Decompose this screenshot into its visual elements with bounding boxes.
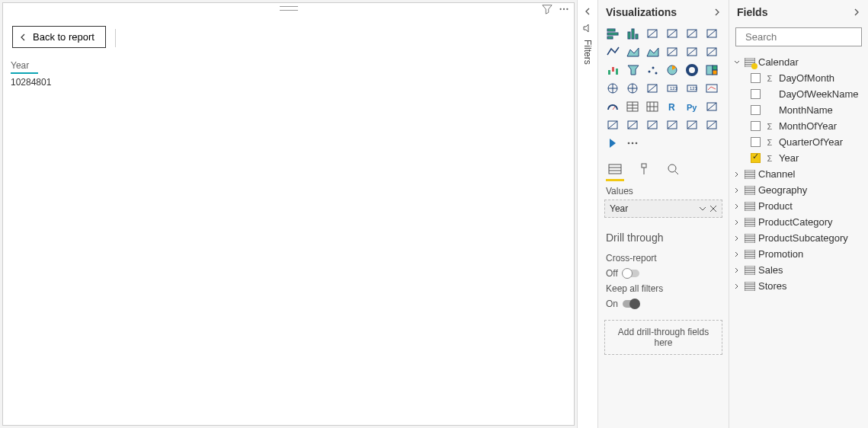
viz-stacked-column-icon[interactable]	[624, 26, 641, 41]
keep-filters-label: Keep all filters	[598, 279, 729, 294]
search-input[interactable]	[745, 31, 868, 43]
viz-qna-icon[interactable]	[624, 117, 641, 133]
report-canvas[interactable]: Back to report Year 10284801	[2, 2, 575, 426]
viz-filled-map-icon[interactable]	[624, 81, 641, 96]
viz-funnel-icon[interactable]	[624, 62, 641, 78]
viz-gauge-icon[interactable]	[604, 99, 621, 114]
viz-map-icon[interactable]	[604, 81, 621, 96]
viz-custom1-icon[interactable]	[684, 117, 700, 133]
checkbox[interactable]	[751, 105, 761, 115]
chevron-left-icon[interactable]	[582, 6, 593, 17]
visualizations-gallery: 123123RPy	[598, 23, 729, 155]
viz-line-clustered-icon[interactable]	[684, 44, 700, 59]
svg-line-37	[648, 85, 657, 92]
viz-clustered-column-icon[interactable]	[664, 26, 681, 41]
viz-card-icon[interactable]: 123	[664, 81, 681, 96]
values-field-well[interactable]: Year	[604, 200, 722, 218]
viz-pie-icon[interactable]	[664, 62, 681, 78]
svg-point-70	[636, 142, 638, 145]
field-monthname[interactable]: MonthName	[732, 102, 865, 118]
viz-kpi-icon[interactable]	[703, 81, 720, 96]
chevron-right-icon[interactable]	[853, 8, 860, 16]
viz-scatter-icon[interactable]	[644, 62, 661, 78]
analytics-tab[interactable]	[664, 160, 682, 178]
svg-line-10	[648, 30, 657, 37]
checkbox[interactable]	[751, 89, 761, 99]
table-productcategory[interactable]: ProductCategory	[732, 214, 865, 230]
field-monthofyear[interactable]: ΣMonthOfYear	[732, 118, 865, 134]
filter-icon[interactable]	[542, 4, 553, 18]
viz-py-visual-icon[interactable]: Py	[684, 99, 700, 114]
close-icon[interactable]	[709, 205, 717, 212]
filters-rail[interactable]: Filters	[577, 0, 598, 428]
field-dayofweekname[interactable]: DayOfWeekName	[732, 86, 865, 102]
viz-powerapps-icon[interactable]	[664, 117, 681, 133]
viz-more-dots-icon[interactable]	[624, 136, 641, 151]
viz-hundred-bar-icon[interactable]	[684, 26, 700, 41]
table-sales[interactable]: Sales	[732, 262, 865, 278]
table-stores[interactable]: Stores	[732, 278, 865, 294]
svg-rect-5	[607, 37, 613, 39]
field-year[interactable]: ΣYear	[732, 150, 865, 166]
more-options-icon[interactable]	[559, 4, 569, 18]
viz-stacked-bar-icon[interactable]	[604, 26, 621, 41]
viz-custom2-icon[interactable]	[703, 117, 720, 133]
svg-point-26	[649, 71, 651, 73]
viz-get-more-icon[interactable]	[604, 136, 621, 151]
cross-report-toggle[interactable]	[623, 270, 639, 277]
back-to-report-button[interactable]: Back to report	[12, 26, 106, 48]
table-productsubcategory[interactable]: ProductSubcategory	[732, 230, 865, 246]
viz-waterfall-icon[interactable]	[604, 62, 621, 78]
viz-stacked-area-icon[interactable]	[644, 44, 661, 59]
viz-paginated-icon[interactable]	[644, 117, 661, 133]
viz-ribbon-icon[interactable]	[703, 44, 720, 59]
viz-donut-icon[interactable]	[684, 62, 700, 78]
fields-tab[interactable]	[606, 160, 624, 178]
checkbox[interactable]	[751, 153, 761, 163]
values-field-name: Year	[610, 203, 628, 214]
fields-search[interactable]	[735, 27, 862, 46]
svg-line-65	[687, 121, 697, 129]
table-geography[interactable]: Geography	[732, 182, 865, 198]
card-label: Year	[11, 60, 79, 71]
viz-area-icon[interactable]	[624, 44, 641, 59]
svg-line-20	[687, 48, 697, 56]
viz-treemap-icon[interactable]	[703, 62, 720, 78]
checkbox[interactable]	[751, 121, 761, 131]
table-calendar[interactable]: Calendar	[732, 54, 865, 70]
viz-key-influencers-icon[interactable]	[703, 99, 720, 114]
viz-clustered-bar-icon[interactable]	[644, 26, 661, 41]
checkbox[interactable]	[751, 137, 761, 147]
card-value: 10284801	[11, 77, 79, 88]
field-dayofmonth[interactable]: ΣDayOfMonth	[732, 70, 865, 86]
svg-rect-7	[632, 29, 634, 39]
checkbox[interactable]	[751, 73, 761, 83]
svg-line-12	[668, 30, 677, 37]
viz-decomposition-icon[interactable]	[604, 117, 621, 133]
viz-arcgis-icon[interactable]	[644, 81, 661, 96]
speaker-icon[interactable]	[582, 23, 593, 34]
keep-filters-toggle[interactable]	[623, 300, 639, 308]
viz-table-icon[interactable]	[624, 99, 641, 114]
viz-hundred-column-icon[interactable]	[703, 26, 720, 41]
viz-line-stacked-icon[interactable]	[664, 44, 681, 59]
table-channel[interactable]: Channel	[732, 166, 865, 182]
viz-r-visual-icon[interactable]: R	[664, 99, 681, 114]
viz-line-icon[interactable]	[604, 44, 621, 59]
chevron-right-icon[interactable]	[713, 8, 721, 16]
svg-rect-8	[636, 34, 638, 39]
separator	[115, 29, 116, 47]
table-product[interactable]: Product	[732, 198, 865, 214]
cross-report-state: Off	[606, 268, 618, 279]
viz-matrix-icon[interactable]	[644, 99, 661, 114]
viz-multi-row-card-icon[interactable]: 123	[684, 81, 700, 96]
drag-handle-icon[interactable]	[280, 6, 298, 11]
card-visual[interactable]: Year 10284801	[11, 60, 79, 88]
drill-through-drop-area[interactable]: Add drill-through fields here	[604, 320, 722, 355]
chevron-down-icon[interactable]	[699, 205, 706, 212]
field-quarterofyear[interactable]: ΣQuarterOfYear	[732, 134, 865, 150]
cross-report-label: Cross-report	[598, 248, 729, 264]
svg-line-43	[613, 107, 615, 110]
format-tab[interactable]	[635, 160, 653, 178]
table-promotion[interactable]: Promotion	[732, 246, 865, 262]
